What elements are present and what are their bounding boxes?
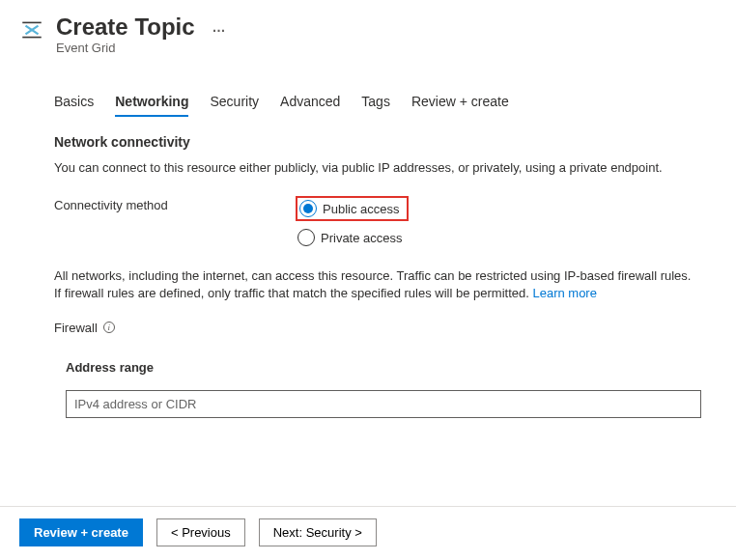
- footer-bar: Review + create < Previous Next: Securit…: [0, 506, 736, 546]
- tab-tags[interactable]: Tags: [361, 90, 390, 117]
- page-header: Create Topic … Event Grid: [0, 0, 736, 61]
- connectivity-method-label: Connectivity method: [54, 196, 296, 212]
- learn-more-link[interactable]: Learn more: [532, 286, 596, 300]
- tab-security[interactable]: Security: [210, 90, 259, 117]
- page-subtitle: Event Grid: [56, 41, 717, 55]
- radio-private-label: Private access: [321, 231, 403, 245]
- tabs-bar: Basics Networking Security Advanced Tags…: [54, 90, 701, 117]
- previous-button[interactable]: < Previous: [156, 518, 245, 546]
- network-connectivity-heading: Network connectivity: [54, 134, 701, 150]
- firewall-label: Firewall: [54, 321, 98, 335]
- connectivity-radio-group: Public access Private access: [296, 196, 409, 248]
- review-create-button[interactable]: Review + create: [19, 518, 143, 546]
- radio-circle-icon: [299, 200, 317, 217]
- network-connectivity-desc: You can connect to this resource either …: [54, 159, 701, 177]
- page-title: Create Topic: [56, 14, 195, 41]
- address-range-input[interactable]: [66, 390, 701, 418]
- tab-networking[interactable]: Networking: [115, 90, 188, 117]
- info-icon[interactable]: i: [103, 322, 115, 333]
- radio-private-access[interactable]: Private access: [296, 227, 409, 248]
- radio-circle-icon: [297, 229, 315, 246]
- radio-public-label: Public access: [323, 202, 399, 216]
- tab-advanced[interactable]: Advanced: [280, 90, 340, 117]
- access-info-text: All networks, including the internet, ca…: [54, 267, 701, 302]
- more-icon[interactable]: …: [212, 19, 227, 35]
- radio-public-access[interactable]: Public access: [296, 196, 409, 221]
- next-button[interactable]: Next: Security >: [259, 518, 377, 546]
- firewall-label-row: Firewall i: [54, 321, 701, 335]
- tab-basics[interactable]: Basics: [54, 90, 94, 117]
- main-content: Basics Networking Security Advanced Tags…: [0, 90, 736, 418]
- connectivity-method-row: Connectivity method Public access Privat…: [54, 196, 701, 248]
- address-range-heading: Address range: [66, 360, 701, 375]
- tab-review[interactable]: Review + create: [411, 90, 509, 117]
- event-grid-icon: [19, 17, 44, 42]
- address-range-section: Address range: [66, 360, 701, 418]
